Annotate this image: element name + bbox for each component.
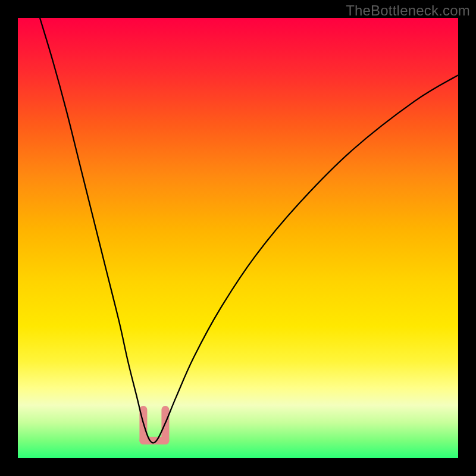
bottleneck-curve [40, 18, 458, 443]
curve-layer [18, 18, 458, 458]
optimum-markers [143, 410, 165, 441]
watermark-text: TheBottleneck.com [346, 2, 470, 19]
chart-frame: TheBottleneck.com [0, 0, 476, 476]
plot-area [18, 18, 458, 458]
